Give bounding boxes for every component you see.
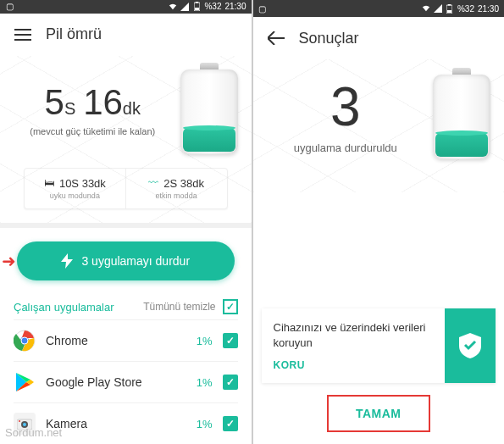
svg-rect-1 bbox=[196, 2, 198, 3]
stop-apps-label: 3 uygulamayı durdur bbox=[81, 254, 190, 268]
back-icon[interactable] bbox=[267, 29, 285, 47]
mins-value: 16 bbox=[83, 82, 123, 122]
app-name: Kamera bbox=[46, 417, 186, 430]
stopped-label: uygulama durduruldu bbox=[267, 142, 425, 154]
header: Pil ömrü bbox=[0, 14, 252, 56]
signal-icon bbox=[434, 4, 442, 13]
wifi-icon bbox=[169, 3, 177, 11]
chrome-icon bbox=[14, 330, 36, 352]
active-label: etkin modda bbox=[130, 191, 224, 200]
section-divider bbox=[0, 223, 252, 228]
battery-pct-text: %32 bbox=[457, 4, 474, 14]
battery-status-icon bbox=[446, 4, 454, 13]
watermark: Sordum.net bbox=[5, 426, 62, 439]
active-value: 2S 38dk bbox=[163, 177, 204, 190]
svg-rect-12 bbox=[447, 10, 451, 13]
shield-icon bbox=[445, 308, 496, 383]
protect-message: Cihazınızı ve üzerindeki verileri koruyu… bbox=[274, 320, 434, 351]
mode-stats-card: 🛏10S 33dk uyku modunda 〰2S 38dk etkin mo… bbox=[24, 168, 228, 209]
wifi-icon bbox=[422, 4, 430, 13]
app-pct: 1% bbox=[197, 335, 213, 347]
app-name: Google Play Store bbox=[46, 375, 186, 389]
battery-illustration bbox=[180, 63, 238, 156]
sleep-mode-stat: 🛏10S 33dk uyku modunda bbox=[25, 169, 125, 208]
signal-icon bbox=[180, 3, 189, 11]
app-checkbox[interactable]: ✓ bbox=[223, 416, 238, 431]
battery-illustration bbox=[433, 68, 490, 161]
running-apps-title: Çalışan uygulamalar bbox=[14, 301, 114, 314]
app-pct: 1% bbox=[197, 418, 213, 430]
app-checkbox[interactable]: ✓ bbox=[223, 375, 238, 390]
app-checkbox[interactable]: ✓ bbox=[223, 333, 238, 348]
select-all-checkbox[interactable] bbox=[223, 299, 238, 314]
clock-text: 21:30 bbox=[224, 2, 246, 11]
active-mode-stat: 〰2S 38dk etkin modda bbox=[125, 169, 227, 208]
annotation-arrow-icon: ➜ bbox=[2, 251, 16, 271]
done-button[interactable]: TAMAM bbox=[330, 398, 427, 429]
bottom-bar: TAMAM bbox=[253, 383, 505, 444]
app-indicator-icon: ▢ bbox=[258, 4, 267, 13]
battery-pct-text: %32 bbox=[204, 2, 221, 11]
play-store-icon bbox=[14, 371, 36, 393]
list-item[interactable]: Google Play Store 1% ✓ bbox=[14, 361, 238, 402]
protect-card[interactable]: Cihazınızı ve üzerindeki verileri koruyu… bbox=[262, 308, 496, 383]
page-title: Sonuçlar bbox=[299, 30, 359, 47]
screen-results: ▢ %32 21:30 Sonuçlar 3 uygulama durdurul… bbox=[253, 0, 505, 444]
app-list: Chrome 1% ✓ Google Play Store 1% ✓ Kamer… bbox=[0, 319, 252, 444]
status-bar: ▢ %32 21:30 bbox=[0, 0, 252, 14]
sleep-label: uyku modunda bbox=[28, 191, 122, 200]
page-title: Pil ömrü bbox=[46, 25, 102, 43]
hours-unit: S bbox=[64, 99, 75, 118]
sleep-value: 10S 33dk bbox=[59, 177, 106, 190]
svg-point-5 bbox=[21, 337, 28, 344]
app-indicator-icon: ▢ bbox=[5, 3, 14, 11]
status-bar: ▢ %32 21:30 bbox=[253, 0, 505, 17]
clear-all-label: Tümünü temizle bbox=[143, 301, 215, 313]
mins-unit: dk bbox=[123, 99, 141, 118]
svg-rect-11 bbox=[448, 4, 451, 6]
stopped-count: 3 bbox=[267, 75, 425, 138]
battery-status-icon bbox=[192, 3, 201, 11]
activity-icon: 〰 bbox=[148, 177, 158, 189]
app-pct: 1% bbox=[197, 376, 213, 389]
clear-all-button[interactable]: Tümünü temizle bbox=[143, 299, 237, 314]
list-item[interactable]: Chrome 1% ✓ bbox=[14, 319, 238, 361]
protect-action[interactable]: KORU bbox=[274, 359, 434, 371]
header: Sonuçlar bbox=[253, 17, 505, 59]
app-name: Chrome bbox=[46, 334, 186, 347]
screen-battery-life: ▢ %32 21:30 Pil ömrü 5S 16dk (mevcut g bbox=[0, 0, 252, 444]
results-summary: 3 uygulama durduruldu bbox=[253, 59, 505, 192]
svg-rect-2 bbox=[195, 8, 199, 10]
running-apps-header: Çalışan uygulamalar Tümünü temizle bbox=[0, 294, 252, 319]
bed-icon: 🛏 bbox=[44, 177, 54, 189]
stop-apps-button[interactable]: ➜ 3 uygulamayı durdur bbox=[17, 241, 235, 280]
menu-icon[interactable] bbox=[14, 25, 32, 44]
bolt-icon bbox=[61, 253, 73, 269]
remaining-subtext: (mevcut güç tüketimi ile kalan) bbox=[14, 126, 172, 136]
svg-point-9 bbox=[19, 420, 20, 422]
battery-summary: 5S 16dk (mevcut güç tüketimi ile kalan) … bbox=[0, 56, 252, 223]
clock-text: 21:30 bbox=[478, 4, 499, 14]
remaining-time: 5S 16dk (mevcut güç tüketimi ile kalan) bbox=[14, 82, 172, 136]
hours-value: 5 bbox=[45, 82, 64, 122]
